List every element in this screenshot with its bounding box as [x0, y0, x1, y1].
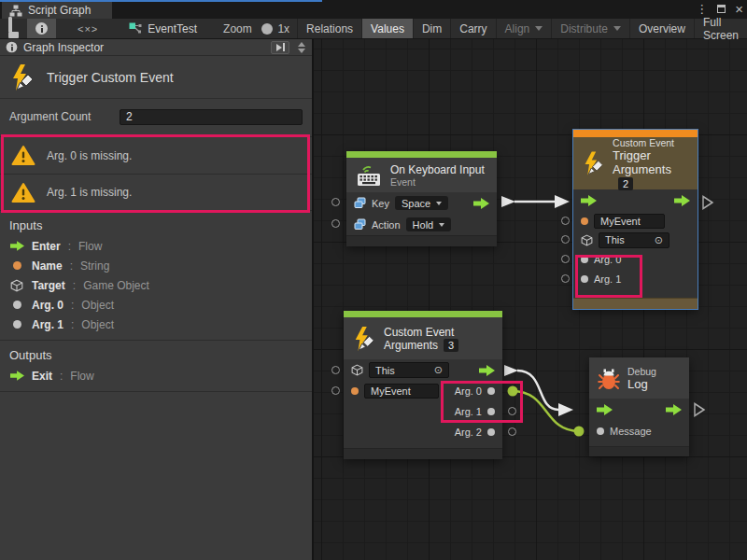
zoom-label: Zoom: [206, 19, 258, 38]
node-title: Trigger: [613, 148, 689, 162]
argument-count-input[interactable]: [120, 109, 303, 125]
node-category: Custom Event: [613, 137, 689, 148]
port-event-arg1-out[interactable]: [508, 407, 516, 415]
key-dropdown[interactable]: Space: [395, 196, 448, 210]
port-trigger-target[interactable]: [561, 235, 570, 244]
object-port[interactable]: [581, 275, 588, 283]
custom-event-icon: [9, 63, 35, 91]
port-action-input[interactable]: [331, 219, 340, 228]
graph-node-icon: [129, 22, 142, 35]
graph-canvas[interactable]: On Keyboard Input Event Key Space: [314, 39, 747, 560]
event-name-field[interactable]: MyEvent: [594, 214, 665, 229]
node-on-keyboard-input[interactable]: On Keyboard Input Event Key Space: [346, 151, 497, 246]
input-row-name: Name:String: [0, 256, 312, 275]
flow-out-port[interactable]: [479, 365, 495, 376]
flow-continuation-triangle[interactable]: [693, 402, 706, 417]
port-trigger-arg0[interactable]: [561, 255, 570, 263]
graph-reference-button[interactable]: EventTest: [120, 19, 206, 38]
node-debug-log[interactable]: Debug Log Message: [589, 357, 689, 456]
popout-icon[interactable]: [271, 41, 289, 54]
flow-row: [573, 189, 698, 212]
object-picker-icon[interactable]: ⊙: [434, 364, 443, 376]
node-custom-event[interactable]: Custom Event Arguments3 This⊙ MyEvent Ar…: [344, 311, 502, 459]
distribute-dropdown[interactable]: Distribute: [551, 19, 629, 38]
warning-icon: [11, 145, 35, 166]
graph-name: EventTest: [148, 22, 197, 35]
string-port[interactable]: [581, 217, 588, 225]
overview-button[interactable]: Overview: [629, 19, 694, 38]
cube-icon[interactable]: [351, 364, 363, 376]
node-header: Debug Log: [589, 357, 689, 399]
enum-icon: [354, 197, 366, 209]
zoom-value: 1x: [277, 19, 297, 38]
node-header: Custom Event Trigger Arguments2: [573, 137, 698, 189]
action-row: Action Hold: [346, 214, 497, 235]
unit-title: Trigger Custom Event: [47, 70, 174, 85]
warning-row: Arg. 0 is missing.: [0, 137, 312, 174]
event-name-row: MyEvent: [573, 212, 698, 231]
scroll-spinner[interactable]: [295, 42, 308, 53]
node-header: Custom Event Arguments3: [344, 317, 502, 359]
flow-out-port[interactable]: [473, 198, 489, 209]
port-trigger-arg1[interactable]: [561, 274, 570, 283]
node-header: On Keyboard Input Event: [346, 158, 497, 192]
zoom-slider-handle[interactable]: [261, 23, 273, 35]
flow-continuation-triangle[interactable]: [701, 195, 714, 210]
flow-out-port[interactable]: [674, 195, 690, 206]
align-dropdown[interactable]: Align: [496, 19, 552, 38]
outputs-header: Outputs: [0, 341, 312, 366]
fullscreen-button[interactable]: Full Screen: [694, 19, 747, 38]
lock-button[interactable]: [0, 19, 27, 38]
node-footer: [573, 298, 698, 309]
flow-arrow-icon: [9, 371, 24, 381]
port-event-arg2-out[interactable]: [508, 427, 516, 436]
flow-in-port[interactable]: [597, 404, 613, 415]
action-label: Action: [372, 219, 401, 231]
arg-label: Arg. 1: [594, 273, 621, 285]
event-name-field[interactable]: MyEvent: [364, 384, 439, 399]
chevron-down-icon: [535, 26, 543, 31]
port-event-name[interactable]: [331, 386, 340, 395]
values-button[interactable]: Values: [361, 19, 413, 38]
target-field[interactable]: This⊙: [599, 232, 669, 248]
target-row: This⊙: [573, 231, 698, 249]
zoom-slider[interactable]: [265, 28, 271, 30]
message-label: Message: [610, 426, 652, 437]
keyboard-event-icon: [355, 163, 383, 187]
action-dropdown[interactable]: Hold: [406, 217, 452, 231]
object-port[interactable]: [581, 256, 588, 263]
unity-visual-scripting-window: Script Graph ⋮ × <×> EventTest Zoom: [0, 0, 747, 560]
relations-button[interactable]: Relations: [297, 19, 361, 38]
info-icon: [7, 42, 18, 53]
object-out-port[interactable]: [487, 408, 495, 415]
inspector-toggle-button[interactable]: [27, 19, 56, 38]
string-port[interactable]: [351, 387, 359, 395]
arg-label: Arg. 2: [455, 427, 482, 438]
code-view-button[interactable]: <×>: [69, 19, 106, 38]
section-divider: [0, 391, 312, 392]
key-row: Key Space: [346, 192, 497, 214]
carry-button[interactable]: Carry: [450, 19, 495, 38]
flow-in-port[interactable]: [581, 195, 597, 206]
dim-button[interactable]: Dim: [413, 19, 450, 38]
tab-script-graph[interactable]: Script Graph: [2, 2, 112, 19]
object-out-port[interactable]: [487, 387, 495, 395]
node-footer: [346, 235, 497, 246]
cube-icon[interactable]: [581, 234, 593, 246]
port-key-input[interactable]: [331, 198, 340, 206]
target-field[interactable]: This⊙: [369, 362, 449, 378]
arg1-row: Arg. 1: [573, 269, 698, 288]
node-arguments-line: Arguments2: [613, 162, 689, 190]
object-picker-icon[interactable]: ⊙: [655, 234, 663, 246]
node-footer: [589, 446, 689, 456]
port-event-target[interactable]: [331, 366, 340, 374]
node-title: Log: [627, 377, 656, 391]
object-out-port[interactable]: [487, 428, 495, 436]
message-row: Message: [589, 421, 689, 441]
lock-icon: [8, 19, 19, 38]
node-trigger-custom-event[interactable]: Custom Event Trigger Arguments2 MyEvent …: [573, 130, 698, 309]
object-port[interactable]: [597, 427, 604, 435]
port-trigger-name[interactable]: [561, 217, 570, 225]
flow-out-port[interactable]: [666, 404, 682, 415]
warning-row: Arg. 1 is missing.: [0, 174, 312, 210]
